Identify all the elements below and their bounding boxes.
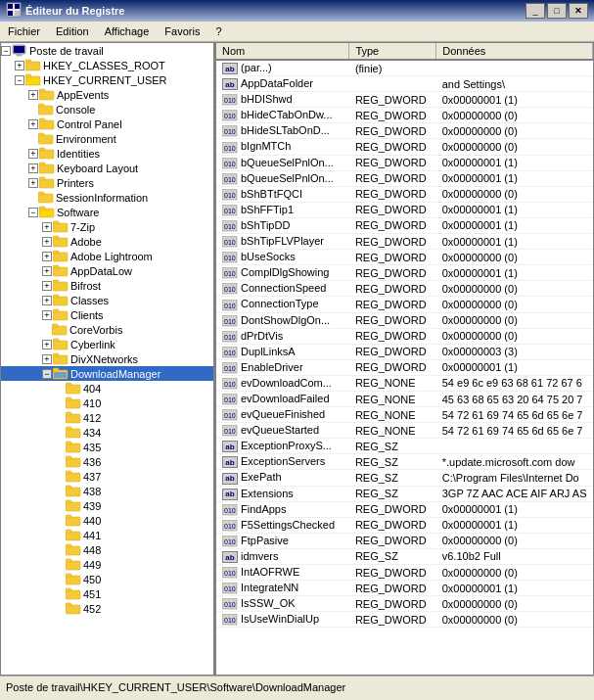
- tree-item-clients[interactable]: + Clients: [1, 307, 213, 322]
- table-row[interactable]: 010 evDownloadFailedREG_NONE45 63 68 65 …: [216, 391, 593, 406]
- table-row[interactable]: ab(par...)(finie): [216, 60, 593, 76]
- tree-item-environment[interactable]: Environment: [1, 131, 213, 146]
- expand-icon[interactable]: +: [42, 252, 52, 261]
- table-row[interactable]: abExtensionsREG_SZ3GP 7Z AAC ACE AIF ARJ…: [216, 486, 593, 501]
- table-row[interactable]: 010 bQueueSelPnlOn...REG_DWORD0x00000001…: [216, 170, 593, 186]
- column-donnees[interactable]: Données: [436, 43, 593, 60]
- tree-item-f438[interactable]: 438: [1, 484, 213, 498]
- table-row[interactable]: 010 DontShowDlgOn...REG_DWORD0x00000000 …: [216, 312, 593, 328]
- expand-icon[interactable]: +: [42, 310, 52, 320]
- table-row[interactable]: abExceptionServersREG_SZ*.update.microso…: [216, 454, 593, 470]
- tree-item-console[interactable]: Console: [1, 102, 213, 117]
- tree-item-appevents[interactable]: + AppEvents: [1, 87, 213, 102]
- tree-item-software[interactable]: − Software: [1, 205, 213, 219]
- expand-icon[interactable]: +: [28, 90, 38, 100]
- tree-item-f441[interactable]: 441: [1, 528, 213, 542]
- tree-item-f412[interactable]: 412: [1, 410, 213, 425]
- expand-icon[interactable]: +: [42, 354, 52, 364]
- menu-edition[interactable]: Edition: [48, 23, 97, 39]
- menu-favoris[interactable]: Favoris: [157, 23, 207, 39]
- table-row[interactable]: 010 ConnectionTypeREG_DWORD0x00000000 (0…: [216, 297, 593, 312]
- table-row[interactable]: abidmversREG_SZv6.10b2 Full: [216, 548, 593, 564]
- expand-icon[interactable]: +: [42, 296, 52, 305]
- tree-item-f434[interactable]: 434: [1, 425, 213, 440]
- tree-item-downloadmanager[interactable]: − DownloadManager: [1, 366, 213, 381]
- expand-icon[interactable]: +: [42, 266, 52, 276]
- collapse-icon[interactable]: −: [1, 46, 11, 56]
- tree-item-poste[interactable]: − Poste de travail: [1, 43, 213, 58]
- table-row[interactable]: 010 dPrDtVisREG_DWORD0x00000000 (0): [216, 328, 593, 344]
- table-row[interactable]: 010 IsSSW_OKREG_DWORD0x00000000 (0): [216, 596, 593, 612]
- tree-item-cyberlink[interactable]: + Cyberlink: [1, 337, 213, 351]
- menu-fichier[interactable]: Fichier: [0, 23, 48, 39]
- table-row[interactable]: 010 DuplLinksAREG_DWORD0x00000003 (3): [216, 344, 593, 359]
- table-row[interactable]: 010 bShTipDDREG_DWORD0x00000001 (1): [216, 217, 593, 233]
- column-type[interactable]: Type: [349, 43, 436, 60]
- tree-item-divxnetworks[interactable]: + DivXNetworks: [1, 351, 213, 366]
- table-row[interactable]: 010 evQueueFinishedREG_NONE54 72 61 69 7…: [216, 407, 593, 423]
- table-row[interactable]: 010 EnableDriverREG_DWORD0x00000001 (1): [216, 359, 593, 375]
- table-row[interactable]: 010 bUseSocksREG_DWORD0x00000000 (0): [216, 250, 593, 265]
- tree-item-f435[interactable]: 435: [1, 440, 213, 454]
- tree-item-controlpanel[interactable]: + Control Panel: [1, 117, 213, 131]
- table-row[interactable]: 010 bIgnMTChREG_DWORD0x00000000 (0): [216, 139, 593, 155]
- menu-affichage[interactable]: Affichage: [97, 23, 158, 39]
- tree-item-identities[interactable]: + Identities: [1, 146, 213, 161]
- tree-item-f452[interactable]: 452: [1, 601, 213, 616]
- table-row[interactable]: 010 IntegrateNNREG_DWORD0x00000001 (1): [216, 581, 593, 596]
- tree-item-f410[interactable]: 410: [1, 396, 213, 410]
- table-row[interactable]: 010 IsUseWinDialUpREG_DWORD0x00000000 (0…: [216, 612, 593, 628]
- expand-icon[interactable]: +: [15, 61, 24, 70]
- tree-item-f440[interactable]: 440: [1, 513, 213, 528]
- tree-item-7zip[interactable]: + 7-Zip: [1, 219, 213, 234]
- maximize-button[interactable]: □: [547, 3, 567, 19]
- tree-item-classes[interactable]: + Classes: [1, 293, 213, 307]
- table-row[interactable]: 010 bHDIShwdREG_DWORD0x00000001 (1): [216, 92, 593, 108]
- tree-item-bifrost[interactable]: + Bifrost: [1, 278, 213, 293]
- expand-icon[interactable]: +: [42, 340, 52, 350]
- table-row[interactable]: 010 bHideSLTabOnD...REG_DWORD0x00000000 …: [216, 123, 593, 139]
- table-row[interactable]: abExePathREG_SZC:\Program Files\Internet…: [216, 470, 593, 486]
- table-row[interactable]: 010 bQueueSelPnlOn...REG_DWORD0x00000001…: [216, 155, 593, 170]
- expand-icon[interactable]: +: [42, 237, 52, 247]
- table-row[interactable]: 010 evQueueStartedREG_NONE54 72 61 69 74…: [216, 423, 593, 439]
- table-row[interactable]: 010 ConnectionSpeedREG_DWORD0x00000000 (…: [216, 281, 593, 297]
- expand-icon[interactable]: +: [42, 281, 52, 291]
- table-row[interactable]: 010 IntAOFRWEREG_DWORD0x00000000 (0): [216, 565, 593, 581]
- tree-item-f404[interactable]: 404: [1, 381, 213, 396]
- tree-item-f448[interactable]: 448: [1, 542, 213, 557]
- table-row[interactable]: abAppDataFolderand Settings\: [216, 76, 593, 92]
- expand-icon[interactable]: +: [28, 178, 38, 188]
- tree-item-hkcr[interactable]: + HKEY_CLASSES_ROOT: [1, 58, 213, 72]
- table-row[interactable]: abExceptionProxyS...REG_SZ: [216, 439, 593, 454]
- tree-item-f437[interactable]: 437: [1, 469, 213, 484]
- column-nom[interactable]: Nom: [216, 43, 349, 60]
- expand-icon[interactable]: +: [42, 222, 52, 232]
- tree-item-f451[interactable]: 451: [1, 586, 213, 601]
- collapse-icon[interactable]: −: [15, 75, 24, 85]
- table-row[interactable]: 010 bShFFTip1REG_DWORD0x00000001 (1): [216, 202, 593, 217]
- collapse-icon[interactable]: −: [42, 369, 52, 379]
- table-row[interactable]: 010 F5SettingsCheckedREG_DWORD0x00000001…: [216, 517, 593, 533]
- tree-item-printers[interactable]: + Printers: [1, 175, 213, 190]
- tree-item-hkcu[interactable]: − HKEY_CURRENT_USER: [1, 72, 213, 87]
- menu-help[interactable]: ?: [207, 23, 229, 39]
- expand-icon[interactable]: +: [28, 163, 38, 173]
- close-button[interactable]: ✕: [569, 3, 588, 19]
- table-row[interactable]: 010 ComplDlgShowingREG_DWORD0x00000001 (…: [216, 265, 593, 281]
- expand-icon[interactable]: +: [28, 149, 38, 159]
- tree-item-f439[interactable]: 439: [1, 498, 213, 513]
- minimize-button[interactable]: _: [525, 3, 545, 19]
- tree-item-f450[interactable]: 450: [1, 572, 213, 586]
- tree-item-appdatalow[interactable]: + AppDataLow: [1, 263, 213, 278]
- table-row[interactable]: 010 FtpPasiveREG_DWORD0x00000000 (0): [216, 533, 593, 548]
- tree-item-keyboardlayout[interactable]: + Keyboard Layout: [1, 161, 213, 175]
- table-row[interactable]: 010 bHideCTabOnDw...REG_DWORD0x00000000 …: [216, 108, 593, 123]
- collapse-icon[interactable]: −: [28, 208, 38, 217]
- tree-item-adobe[interactable]: + Adobe: [1, 234, 213, 249]
- table-row[interactable]: 010 bShTipFLVPlayerREG_DWORD0x00000001 (…: [216, 234, 593, 250]
- table-row[interactable]: 010 FindAppsREG_DWORD0x00000001 (1): [216, 501, 593, 517]
- table-row[interactable]: 010 evDownloadCom...REG_NONE54 e9 6c e9 …: [216, 375, 593, 391]
- tree-item-f436[interactable]: 436: [1, 454, 213, 469]
- tree-item-f449[interactable]: 449: [1, 557, 213, 572]
